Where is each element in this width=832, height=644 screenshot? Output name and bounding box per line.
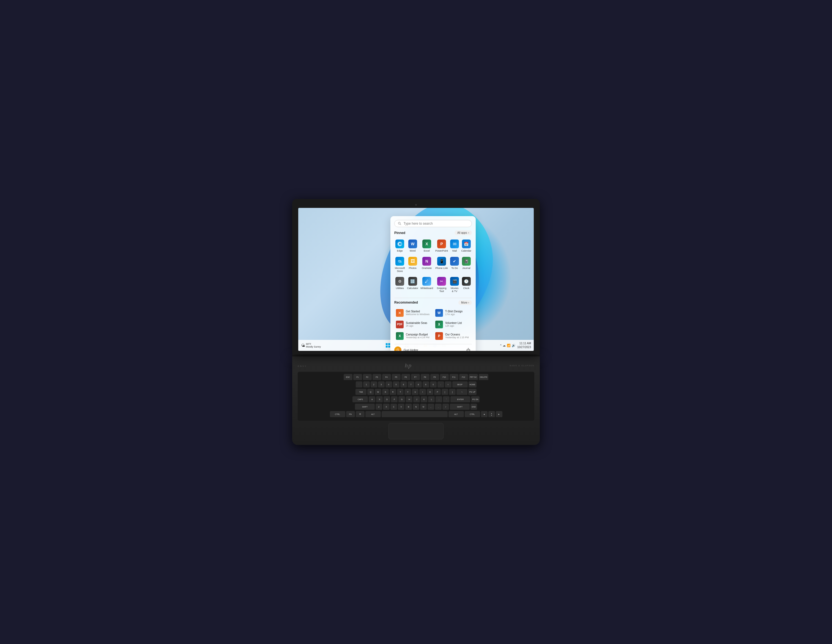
key-x[interactable]: X (383, 404, 390, 410)
key-equals[interactable]: = (445, 381, 451, 388)
tray-sound[interactable]: 🔊 (512, 344, 515, 347)
key-f10[interactable]: F10 (440, 374, 449, 380)
key-z[interactable]: Z (376, 404, 382, 410)
key-r[interactable]: R (390, 389, 396, 395)
touchpad[interactable] (389, 423, 443, 439)
key-pgup[interactable]: PG UP (468, 389, 477, 395)
rec-volunteer[interactable]: X Volunteer List 12h ago (434, 319, 472, 330)
key-p[interactable]: P (434, 389, 441, 395)
key-n[interactable]: N (413, 404, 419, 410)
key-esc[interactable]: ESC (344, 374, 352, 380)
app-edge[interactable]: Edge (394, 238, 406, 254)
key-w[interactable]: W (375, 389, 381, 395)
key-rshift[interactable]: SHIFT (450, 404, 470, 410)
key-8[interactable]: 8 (415, 381, 422, 388)
key-slash[interactable]: / (442, 404, 449, 410)
app-mail[interactable]: ✉ Mail (450, 238, 459, 254)
key-f12[interactable]: F12 (459, 374, 468, 380)
app-phonelink[interactable]: 📱 Phone Link (435, 255, 448, 275)
key-rbracket[interactable]: ] (449, 389, 456, 395)
key-e[interactable]: E (382, 389, 389, 395)
key-left[interactable]: ◄ (481, 411, 488, 418)
key-i[interactable]: I (419, 389, 426, 395)
key-enter[interactable]: ENTER (450, 396, 470, 403)
key-f7[interactable]: F7 (411, 374, 420, 380)
key-q[interactable]: Q (367, 389, 374, 395)
key-t[interactable]: T (397, 389, 404, 395)
key-h[interactable]: H (406, 396, 413, 403)
key-lshift[interactable]: SHIFT (355, 404, 375, 410)
app-onenote[interactable]: N OneNote (420, 255, 434, 275)
key-9[interactable]: 9 (422, 381, 429, 388)
rec-sustainable[interactable]: PDF Sustainable Seas 2h ago (394, 319, 432, 330)
key-right[interactable]: ► (496, 411, 502, 418)
all-apps-button[interactable]: All apps › (454, 230, 472, 235)
key-7[interactable]: 7 (408, 381, 414, 388)
key-f[interactable]: F (391, 396, 398, 403)
app-photos[interactable]: 🖼 Photos (406, 255, 419, 275)
app-whiteboard[interactable]: 🖊 Whiteboard (420, 275, 434, 294)
key-lbracket[interactable]: [ (442, 389, 448, 395)
app-msstore[interactable]: 🛍 Microsoft Store (394, 255, 406, 275)
key-0[interactable]: 0 (430, 381, 437, 388)
key-f2[interactable]: F2 (363, 374, 372, 380)
app-word[interactable]: W Word (406, 238, 419, 254)
search-bar[interactable] (394, 220, 472, 227)
key-period[interactable]: . (435, 404, 442, 410)
key-a[interactable]: A (369, 396, 375, 403)
key-y[interactable]: Y (405, 389, 411, 395)
key-f1[interactable]: F1 (353, 374, 362, 380)
key-prtsc[interactable]: PRT SC (469, 374, 478, 380)
key-f6[interactable]: F6 (402, 374, 410, 380)
key-f11[interactable]: F11 (450, 374, 458, 380)
app-clock[interactable]: 🕐 Clock (461, 275, 472, 294)
app-calendar[interactable]: 📅 Calendar (461, 238, 472, 254)
key-rctrl[interactable]: CTRL (465, 411, 480, 418)
key-lalt[interactable]: ALT (365, 411, 381, 418)
key-m[interactable]: M (420, 404, 427, 410)
key-delete[interactable]: DELETE (479, 374, 488, 380)
key-end[interactable]: END (470, 404, 477, 410)
key-c[interactable]: C (390, 404, 397, 410)
app-journal[interactable]: 📓 Journal (461, 255, 472, 275)
key-backslash[interactable]: \ (456, 389, 467, 395)
key-v[interactable]: V (398, 404, 405, 410)
key-k[interactable]: K (421, 396, 427, 403)
key-minus[interactable]: - (437, 381, 444, 388)
key-1[interactable]: 1 (363, 381, 370, 388)
key-space[interactable] (382, 411, 448, 418)
key-bksp[interactable]: BKSP (452, 381, 468, 388)
key-lctrl[interactable]: CTRL (330, 411, 345, 418)
key-f3[interactable]: F3 (373, 374, 381, 380)
app-movies[interactable]: 🎬 Movies & TV (450, 275, 459, 294)
key-caps[interactable]: CAPS (352, 396, 368, 403)
key-6[interactable]: 6 (400, 381, 407, 388)
key-4[interactable]: 4 (386, 381, 392, 388)
tray-onedrive[interactable]: ☁ (503, 344, 506, 347)
key-s[interactable]: S (376, 396, 383, 403)
key-semicolon[interactable]: ; (435, 396, 442, 403)
weather-widget[interactable]: 🌤 68°F Mostly Sunny (301, 343, 321, 348)
key-j[interactable]: J (413, 396, 420, 403)
key-d[interactable]: D (384, 396, 390, 403)
key-fn[interactable]: FN (346, 411, 355, 418)
app-utilities[interactable]: ⚙ Utilities (394, 275, 406, 294)
tray-wifi[interactable]: 📶 (507, 344, 510, 347)
rec-get-started[interactable]: ✕ Get Started Welcome to Windows (394, 308, 432, 318)
key-pgdn[interactable]: PG DN (471, 396, 479, 403)
key-5[interactable]: 5 (393, 381, 400, 388)
key-f4[interactable]: F4 (382, 374, 391, 380)
key-o[interactable]: O (427, 389, 434, 395)
key-tab[interactable]: TAB (355, 389, 366, 395)
user-info[interactable]: G Guri Holter (394, 347, 418, 351)
rec-tshirt[interactable]: W T-Shirt Design 17m ago (434, 308, 472, 318)
rec-oceans[interactable]: P Our Oceans Yesterday at 1:15 PM (434, 331, 472, 341)
tray-chevron[interactable]: ^ (500, 344, 502, 347)
more-button[interactable]: More › (458, 300, 472, 305)
search-input[interactable] (404, 222, 468, 225)
app-calculator[interactable]: 🔢 Calculator (406, 275, 419, 294)
key-b[interactable]: B (405, 404, 412, 410)
app-excel[interactable]: X Excel (420, 238, 434, 254)
key-quote[interactable]: ' (443, 396, 450, 403)
key-ralt[interactable]: ALT (448, 411, 464, 418)
